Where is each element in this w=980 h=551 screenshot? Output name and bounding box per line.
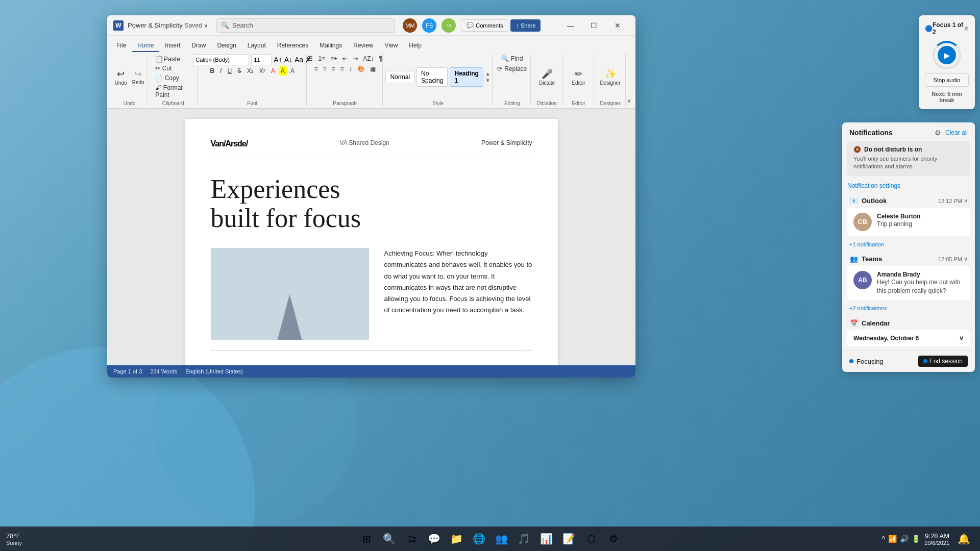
copy-button[interactable]: 📄 Copy	[153, 73, 192, 83]
multilevel-list-button[interactable]: ≡+	[328, 54, 339, 63]
align-left-button[interactable]: ≡	[312, 64, 320, 73]
format-paint-button[interactable]: 🖌 Format Paint	[153, 83, 192, 99]
notification-settings-link[interactable]: Notification settings	[842, 180, 975, 193]
tray-arrow-icon[interactable]: ^	[881, 535, 885, 543]
italic-button[interactable]: I	[218, 66, 224, 76]
align-center-button[interactable]: ≡	[321, 64, 329, 73]
calendar-expand-icon[interactable]: ∨	[959, 335, 964, 342]
tab-references[interactable]: References	[272, 40, 313, 52]
font-color-button[interactable]: A	[269, 66, 277, 76]
minimize-button[interactable]: —	[559, 17, 582, 34]
volume-icon[interactable]: 🔊	[900, 535, 909, 543]
find-icon: 🔍	[501, 55, 509, 62]
replace-button[interactable]: ⟳ Replace	[495, 64, 529, 73]
ribbon-group-editor: ✏ Editor Editor	[564, 54, 594, 106]
taskbar-apps-button[interactable]: ⬡	[581, 529, 601, 549]
share-button[interactable]: ↑ Share	[510, 19, 541, 32]
search-box[interactable]: 🔍 Search	[216, 18, 395, 33]
style-heading1[interactable]: Heading 1	[450, 67, 483, 87]
tab-home[interactable]: Home	[132, 40, 159, 52]
editor-button[interactable]: ✏ Editor	[570, 67, 587, 87]
change-case-button[interactable]: Aa	[295, 56, 303, 64]
calendar-icon: 📅	[849, 318, 859, 328]
teams-expand-icon[interactable]: ∨	[964, 256, 968, 262]
save-status: Saved ∨	[185, 22, 208, 29]
taskbar-explorer-button[interactable]: 📁	[446, 529, 467, 549]
redo-button[interactable]: ↪ Redo	[130, 67, 146, 86]
battery-icon[interactable]: 🔋	[912, 535, 920, 543]
line-spacing-button[interactable]: ↕	[347, 64, 354, 73]
taskbar-settings-button[interactable]: ⚙	[603, 529, 624, 549]
notification-center-button[interactable]: 🔔	[953, 529, 974, 549]
justify-button[interactable]: ≡	[338, 64, 346, 73]
borders-button[interactable]: ▦	[368, 64, 378, 73]
paste-button[interactable]: 📋 Paste	[153, 54, 182, 64]
tab-file[interactable]: File	[111, 40, 131, 52]
taskbar-powerpoint-button[interactable]: 📊	[536, 529, 556, 549]
font-size-increase[interactable]: A↑	[274, 56, 282, 64]
tab-review[interactable]: Review	[348, 40, 378, 52]
taskbar-spotify-button[interactable]: 🎵	[513, 529, 534, 549]
subscript-button[interactable]: X₂	[245, 66, 256, 76]
sort-button[interactable]: AZ↓	[361, 54, 376, 63]
tab-design[interactable]: Design	[212, 40, 241, 52]
bullets-button[interactable]: ☰	[305, 54, 315, 63]
end-session-button[interactable]: End session	[918, 356, 968, 367]
font-size-decrease[interactable]: A↓	[284, 56, 292, 64]
increase-indent-button[interactable]: ⇥	[351, 54, 360, 63]
outlook-extra-notifications[interactable]: +1 notification	[847, 238, 884, 247]
notifications-settings-icon[interactable]: ⚙	[935, 129, 941, 137]
focus-close-button[interactable]: ✕	[964, 25, 969, 32]
tab-insert[interactable]: Insert	[160, 40, 185, 52]
styles-down-icon[interactable]: ▼	[485, 78, 491, 83]
tab-help[interactable]: Help	[404, 40, 427, 52]
ribbon-expand-button[interactable]: ∨	[627, 54, 631, 106]
teams-extra-notifications[interactable]: +2 notifications	[847, 302, 887, 311]
align-right-button[interactable]: ≡	[330, 64, 337, 73]
highlight-button[interactable]: A	[279, 66, 287, 76]
outlook-expand-icon[interactable]: ∨	[964, 197, 968, 204]
taskbar-clock[interactable]: 9:28 AM 10/6/2021	[924, 532, 949, 546]
style-normal[interactable]: Normal	[385, 71, 414, 83]
stop-audio-button[interactable]: Stop audio	[925, 73, 969, 87]
undo-button[interactable]: ↩ Undo	[113, 67, 129, 87]
maximize-button[interactable]: ☐	[582, 17, 606, 34]
focusing-dot	[849, 359, 853, 363]
dictate-button[interactable]: 🎤 Dictate	[537, 67, 557, 87]
cut-button[interactable]: ✂ Cut	[153, 64, 192, 73]
tab-draw[interactable]: Draw	[186, 40, 211, 52]
taskbar-files-button[interactable]: 🗂	[401, 529, 422, 549]
font-size-input[interactable]	[251, 54, 272, 65]
network-icon[interactable]: 📶	[888, 535, 897, 543]
document-body[interactable]: Achieving Focus: When technology communi…	[384, 248, 532, 340]
shading-button[interactable]: 🎨	[355, 64, 367, 73]
tab-layout[interactable]: Layout	[242, 40, 271, 52]
close-button[interactable]: ✕	[606, 17, 629, 34]
taskbar-edge-button[interactable]: 🌐	[469, 529, 489, 549]
focus-title: Focus 1 of 2	[933, 21, 964, 36]
bold-button[interactable]: B	[208, 66, 216, 76]
numbering-button[interactable]: 1≡	[316, 54, 327, 63]
taskbar-search-button[interactable]: 🔍	[379, 529, 399, 549]
start-button[interactable]: ⊞	[356, 529, 377, 549]
taskbar-chat-button[interactable]: 💬	[424, 529, 444, 549]
font-color2-button[interactable]: A	[288, 66, 297, 76]
strikethrough-button[interactable]: S̶	[235, 66, 243, 76]
superscript-button[interactable]: X²	[257, 66, 267, 76]
find-button[interactable]: 🔍 Find	[499, 54, 525, 63]
styles-up-icon[interactable]: ▲	[485, 71, 491, 77]
designer-button[interactable]: ✨ Designer	[598, 67, 622, 87]
taskbar-word-button[interactable]: 📝	[558, 529, 579, 549]
comments-button[interactable]: 💬 Comments	[461, 19, 508, 32]
style-no-spacing[interactable]: No Spacing	[416, 67, 448, 87]
tab-view[interactable]: View	[380, 40, 403, 52]
font-name-input[interactable]	[193, 54, 249, 65]
tab-mailings[interactable]: Mailings	[314, 40, 347, 52]
focus-ring: ▶	[933, 41, 961, 69]
clear-all-button[interactable]: Clear all	[945, 129, 968, 136]
styles-scroll[interactable]: ▲ ▼	[485, 71, 491, 83]
calendar-app-name: Calendar	[862, 319, 890, 327]
underline-button[interactable]: U	[225, 66, 234, 76]
taskbar-teams-button[interactable]: 👥	[491, 529, 511, 549]
decrease-indent-button[interactable]: ⇤	[340, 54, 350, 63]
